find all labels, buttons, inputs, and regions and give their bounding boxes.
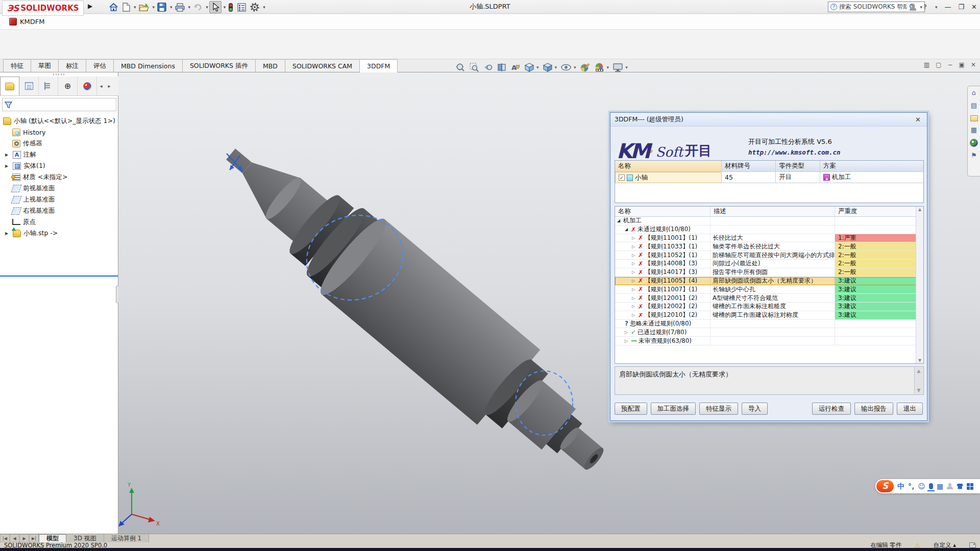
feature-display-button[interactable]: 特征显示 (699, 403, 738, 415)
help-button[interactable]: ? (923, 3, 927, 11)
tree-item-history[interactable]: History (0, 127, 118, 138)
apply-scene-button[interactable]: ▾ (594, 62, 609, 72)
restore-button[interactable]: ❐ (958, 3, 964, 11)
settings-button[interactable] (249, 2, 261, 13)
caret-icon[interactable]: ▾ (555, 65, 557, 70)
tab-motion-study[interactable]: 运动算例 1 (104, 534, 149, 542)
rule-row[interactable]: ▷✗【规则12001】(2) A型键槽尺寸不符合规范 3:建议 (615, 294, 923, 303)
view-orientation-button[interactable]: ▾ (524, 62, 539, 72)
machining-face-select-button[interactable]: 加工面选择 (651, 403, 696, 415)
edit-appearance-button[interactable] (580, 62, 591, 72)
tab-propertymanager[interactable] (19, 77, 39, 95)
tree-item-right-plane[interactable]: 右视基准面 (0, 205, 118, 216)
tab-3ddfm[interactable]: 3DDFM (359, 59, 398, 72)
logo-flyout-icon[interactable]: ▶ (88, 3, 92, 10)
tree-item-front-plane[interactable]: 前视基准面 (0, 183, 118, 194)
ime-microphone-icon[interactable] (929, 483, 933, 489)
expander-icon[interactable]: ▷ (632, 304, 636, 309)
rules-scrollbar[interactable]: ▲ ▼ (916, 207, 923, 363)
export-report-button[interactable]: 输出报告 (854, 403, 893, 415)
design-library-icon[interactable]: ▤ (970, 102, 978, 110)
tree-filter[interactable] (2, 98, 116, 111)
tab-addins[interactable]: SOLIDWORKS 插件 (182, 59, 256, 72)
tab-dimxpertmanager[interactable]: ⊕ (58, 77, 78, 95)
tree-item-top-plane[interactable]: 上视基准面 (0, 194, 118, 205)
login-icon[interactable] (909, 4, 916, 11)
rule-row-selected[interactable]: ▷✗【规则11005】(4) 肩部缺倒圆或倒圆太小（无精度要求） 3:建议 (615, 277, 923, 286)
annotation-view-button[interactable]: A (510, 62, 521, 72)
settings-caret-icon[interactable]: ▾ (263, 5, 265, 10)
ime-emoji-icon[interactable]: ☺ (918, 483, 925, 490)
run-check-button[interactable]: 运行检查 (812, 403, 851, 415)
col-part-type[interactable]: 零件类型 (776, 161, 820, 172)
tree-item-solids[interactable]: ▶ 实体(1) (0, 160, 118, 171)
open-caret-icon[interactable]: ▾ (153, 5, 155, 10)
rule-description-box[interactable]: 肩部缺倒圆或倒圆太小（无精度要求） ▲ ▼ (615, 366, 924, 395)
expander-icon[interactable]: ▷ (632, 270, 636, 274)
tree-item-imported[interactable]: ▶ 小轴.stp -> (0, 228, 118, 239)
save-button[interactable] (156, 2, 168, 13)
appearances-icon[interactable] (970, 139, 978, 147)
child-minimize-icon[interactable]: − (948, 61, 953, 68)
expander-icon[interactable]: ▷ (632, 236, 636, 240)
expander-icon[interactable]: ▷ (632, 261, 636, 266)
new-caret-icon[interactable]: ▾ (134, 5, 136, 10)
rule-row[interactable]: ▷✗【规则12010】(2) 键槽的两工作面建议标注对称度 3:建议 (615, 311, 923, 320)
tab-featuremanager-tree[interactable] (0, 77, 19, 95)
panel-tab-scroll-right[interactable]: ▸ (105, 77, 113, 95)
panel-tab-scroll-left[interactable]: ◂ (97, 77, 105, 95)
expander-icon[interactable]: ▷ (625, 330, 629, 335)
tab-mbd-dimensions[interactable]: MBD Dimensions (113, 59, 183, 72)
part-checkbox[interactable]: ✓ (619, 174, 625, 181)
tab-displaymanager[interactable] (78, 77, 97, 95)
scroll-up-icon[interactable]: ▲ (918, 207, 921, 212)
expander-icon[interactable]: ▷ (632, 279, 636, 283)
scroll-down-icon[interactable]: ▼ (918, 358, 921, 363)
child-close-icon[interactable]: ✕ (971, 61, 976, 68)
select-caret-icon[interactable]: ▾ (224, 5, 226, 10)
expander-icon[interactable]: ▷ (632, 253, 636, 258)
hide-show-items-button[interactable]: ▾ (560, 62, 576, 72)
scroll-up-icon[interactable]: ▲ (917, 368, 921, 373)
tree-item-material[interactable]: 材质 <未指定> (0, 171, 118, 183)
view-settings-button[interactable]: ▾ (612, 62, 628, 72)
rule-row[interactable]: ▷✗【规则11001】(1) 长径比过大 1:严重 (615, 234, 923, 243)
expand-icon[interactable]: ▶ (5, 153, 10, 157)
ime-punctuation-icon[interactable]: °‚ (908, 483, 914, 490)
custom-properties-icon[interactable]: ⚑ (970, 152, 978, 160)
view-palette-icon[interactable]: ▦ (970, 126, 978, 134)
child-restore-icon[interactable]: ▢ (936, 61, 941, 68)
previous-view-button[interactable] (483, 62, 493, 72)
stoplight-button[interactable] (227, 2, 235, 13)
file-explorer-icon[interactable] (970, 115, 978, 121)
ime-mode-chinese[interactable]: 中 (897, 483, 904, 490)
select-tool-button[interactable] (209, 1, 222, 13)
expander-icon[interactable]: ▷ (632, 244, 636, 249)
expander-icon[interactable]: ▷ (632, 287, 636, 292)
rule-row[interactable]: ▷✗【规则11052】(1) 阶梯轴应尽可能直径按中间大两端小的方式排列 2:一… (615, 251, 923, 260)
scroll-down-icon[interactable]: ▼ (917, 388, 921, 393)
dialog-titlebar[interactable]: 3DDFM--- (超级管理员) ✕ (610, 113, 927, 127)
caret-icon[interactable]: ▾ (574, 65, 576, 70)
col-name[interactable]: 名称 (615, 161, 722, 172)
display-style-button[interactable]: ▾ (543, 62, 557, 72)
undo-button[interactable] (191, 2, 204, 12)
home-button[interactable] (107, 2, 120, 13)
expander-icon[interactable]: ◢ (617, 218, 622, 223)
print-button[interactable] (174, 2, 186, 13)
save-caret-icon[interactable]: ▾ (170, 5, 173, 10)
section-view-button[interactable] (497, 62, 507, 72)
tree-item-annotations[interactable]: ▶ A 注解 (0, 149, 118, 160)
shaft-model[interactable] (199, 116, 629, 499)
dialog-close-button[interactable]: ✕ (913, 116, 923, 123)
expand-icon[interactable]: ▶ (5, 231, 10, 236)
preset-button[interactable]: 预配置 (615, 403, 647, 415)
rule-row[interactable]: ▷✗【规则11007】(1) 长轴缺少中心孔 3:建议 (615, 285, 923, 294)
unreviewed-group-row[interactable]: ▷—未审查规则(63/80) (615, 337, 923, 345)
caret-icon[interactable]: ▾ (625, 65, 628, 70)
expander-icon[interactable]: ◢ (625, 227, 629, 232)
child-maximize-icon[interactable]: ▣ (959, 61, 965, 68)
failed-group-row[interactable]: ◢✗未通过规则(10/80) (615, 226, 923, 234)
sogou-logo-icon[interactable]: S (876, 480, 894, 492)
options-list-button[interactable] (236, 2, 248, 13)
